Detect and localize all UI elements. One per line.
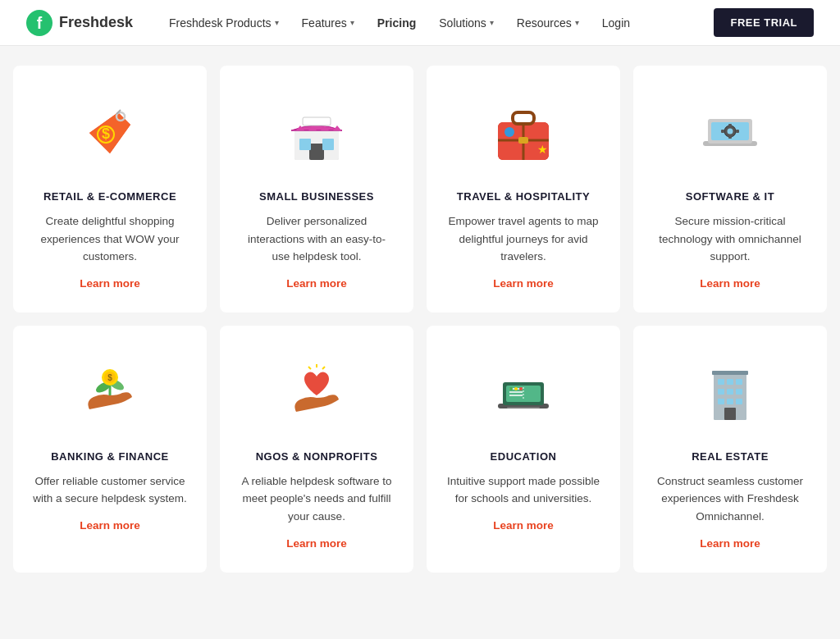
education-desc: Intuitive support made possible for scho…	[446, 472, 600, 508]
svg-rect-59	[718, 399, 724, 404]
svg-text:$: $	[107, 373, 112, 382]
svg-rect-61	[736, 399, 742, 404]
real-estate-desc: Construct seamless customer experiences …	[653, 472, 807, 526]
banking-desc: Offer reliable customer service with a s…	[33, 472, 187, 508]
main-content: $ RETAIL & E-COMMERCE Create delightful …	[0, 46, 840, 605]
card-retail: $ RETAIL & E-COMMERCE Create delightful …	[13, 66, 207, 313]
card-small-biz: SMALL BUSINESSES Deliver personalized in…	[220, 66, 413, 313]
education-title: EDUCATION	[491, 450, 557, 463]
software-icon	[689, 92, 771, 174]
svg-rect-30	[736, 130, 739, 133]
svg-rect-52	[712, 371, 748, 375]
small-biz-desc: Deliver personalized interactions with a…	[240, 212, 394, 266]
svg-rect-13	[303, 117, 331, 126]
svg-rect-27	[728, 124, 732, 127]
svg-rect-11	[322, 139, 334, 150]
svg-rect-54	[727, 379, 733, 385]
banking-learn-more[interactable]: Learn more	[80, 519, 140, 532]
navbar: f Freshdesk Freshdesk Products ▾ Feature…	[0, 0, 840, 46]
retail-icon: $	[69, 92, 151, 174]
svg-rect-16	[513, 112, 534, 124]
svg-rect-62	[724, 408, 736, 420]
svg-line-39	[308, 367, 311, 369]
svg-rect-29	[721, 130, 724, 133]
travel-icon: ★	[482, 92, 564, 174]
nav-pricing[interactable]: Pricing	[368, 10, 426, 36]
svg-rect-19	[518, 137, 528, 144]
real-estate-icon	[689, 352, 771, 434]
logo[interactable]: f Freshdesk	[26, 10, 133, 36]
ngo-learn-more[interactable]: Learn more	[286, 537, 347, 550]
svg-point-26	[728, 129, 733, 135]
logo-icon: f	[26, 10, 52, 36]
retail-desc: Create delightful shopping experiences t…	[33, 212, 187, 266]
small-biz-learn-more[interactable]: Learn more	[286, 277, 347, 290]
svg-rect-56	[718, 389, 724, 395]
svg-point-47	[509, 387, 513, 390]
card-real-estate: REAL ESTATE Construct seamless customer …	[633, 326, 827, 573]
chevron-icon: ▾	[350, 18, 354, 27]
real-estate-title: REAL ESTATE	[692, 450, 769, 463]
svg-point-20	[504, 127, 514, 137]
nav-login[interactable]: Login	[592, 10, 640, 36]
svg-rect-28	[728, 135, 732, 139]
software-learn-more[interactable]: Learn more	[700, 277, 760, 290]
svg-text:★: ★	[537, 143, 548, 156]
svg-rect-58	[736, 389, 742, 395]
small-biz-title: SMALL BUSINESSES	[259, 190, 374, 203]
svg-rect-9	[309, 144, 324, 160]
card-ngo: NGOs & NONPROFITS A reliable helpdesk so…	[220, 326, 413, 573]
card-education: EDUCATION Intuitive support made possibl…	[427, 326, 620, 573]
banking-icon: $	[69, 352, 151, 434]
small-biz-icon	[276, 92, 358, 174]
industry-grid-row1: $ RETAIL & E-COMMERCE Create delightful …	[13, 66, 827, 313]
svg-rect-57	[727, 389, 733, 395]
ngo-desc: A reliable helpdesk software to meet peo…	[240, 472, 394, 526]
svg-rect-53	[718, 379, 724, 385]
travel-learn-more[interactable]: Learn more	[493, 277, 554, 290]
svg-rect-10	[299, 139, 311, 150]
svg-text:$: $	[102, 126, 110, 142]
card-banking: $ BANKING & FINANCE Offer reliable custo…	[13, 326, 207, 573]
ngo-title: NGOs & NONPROFITS	[256, 450, 378, 463]
chevron-icon: ▾	[575, 18, 579, 27]
real-estate-learn-more[interactable]: Learn more	[700, 537, 760, 550]
banking-title: BANKING & FINANCE	[51, 450, 169, 463]
retail-learn-more[interactable]: Learn more	[80, 277, 140, 290]
free-trial-button[interactable]: FREE TRIAL	[714, 8, 814, 37]
card-travel: ★ TRAVEL & HOSPITALITY Empower travel ag…	[427, 66, 620, 313]
software-title: SOFTWARE & IT	[686, 190, 774, 203]
svg-point-49	[519, 387, 523, 390]
education-icon	[482, 352, 564, 434]
nav-solutions[interactable]: Solutions ▾	[429, 10, 504, 36]
svg-rect-55	[736, 379, 742, 385]
education-learn-more[interactable]: Learn more	[493, 519, 554, 532]
industry-grid-row2: $ BANKING & FINANCE Offer reliable custo…	[13, 326, 827, 573]
chevron-icon: ▾	[275, 18, 279, 27]
svg-text:f: f	[37, 14, 43, 32]
svg-rect-46	[507, 407, 540, 409]
retail-title: RETAIL & E-COMMERCE	[43, 190, 176, 203]
nav-links: Freshdesk Products ▾ Features ▾ Pricing …	[159, 10, 714, 36]
ngo-icon	[276, 352, 358, 434]
software-desc: Secure mission-critical technology with …	[653, 212, 807, 266]
nav-actions: FREE TRIAL	[714, 8, 814, 37]
nav-resources[interactable]: Resources ▾	[507, 10, 589, 36]
svg-line-38	[322, 367, 325, 369]
travel-title: TRAVEL & HOSPITALITY	[457, 190, 590, 203]
nav-features[interactable]: Features ▾	[292, 10, 364, 36]
svg-point-48	[514, 387, 518, 390]
svg-rect-60	[727, 399, 733, 404]
nav-products[interactable]: Freshdesk Products ▾	[159, 10, 289, 36]
chevron-icon: ▾	[490, 18, 494, 27]
travel-desc: Empower travel agents to map delightful …	[446, 212, 600, 266]
logo-text: Freshdesk	[59, 14, 133, 31]
card-software: SOFTWARE & IT Secure mission-critical te…	[633, 66, 827, 313]
